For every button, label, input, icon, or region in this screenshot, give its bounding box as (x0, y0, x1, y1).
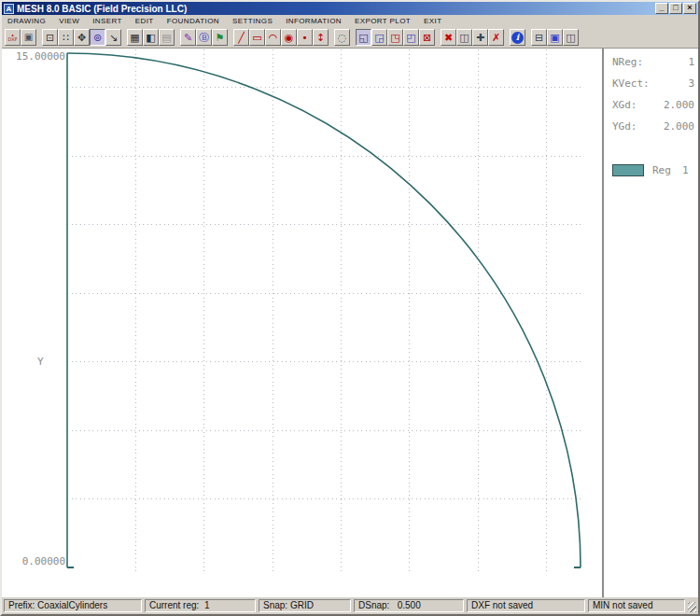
status-bar-wrap: Prefix: CoaxialCylindersCurrent reg: 1Sn… (2, 597, 698, 614)
region-shading-icon: ◧ (146, 33, 155, 43)
boundary-display-button[interactable]: Ⓑ (196, 29, 212, 46)
window-title: MESH 8.0 BASIC (Field Precision LLC) (17, 3, 651, 15)
insert-vertex-button[interactable]: ◰ (403, 29, 419, 46)
pick-segment-button[interactable]: ◲ (371, 29, 387, 46)
status-min-status: MIN not saved (588, 599, 685, 612)
pick-segment-icon: ◲ (374, 33, 384, 43)
copy-plot-button[interactable]: ◫ (563, 29, 579, 46)
circle-tool-icon: ◉ (285, 33, 294, 43)
param-nreg-label: NReg: (612, 56, 655, 68)
grid-display-button[interactable]: ▦ (127, 29, 143, 46)
side-params: NReg:1KVect:3XGd:2.000YGd:2.000 (612, 56, 698, 142)
line-tool-button[interactable]: ╱ (233, 29, 249, 46)
erase-icon: ✖ (444, 33, 453, 43)
param-nreg: NReg:1 (612, 56, 698, 77)
y-axis-title: Y (37, 356, 44, 368)
grid-display-icon: ▦ (130, 33, 139, 43)
menu-item-insert[interactable]: INSERT (92, 17, 130, 25)
resize-grip[interactable] (688, 602, 696, 612)
move-object-icon: ✚ (476, 33, 484, 43)
move-vertex-icon: ◳ (390, 33, 399, 43)
pick-vertex-button[interactable]: ◱ (356, 29, 371, 46)
import-dxf-icon: ▴ DXF (7, 33, 17, 42)
line-tool-icon: ╱ (238, 33, 245, 43)
param-kvect-label: KVect: (612, 77, 655, 90)
client-area: 15.00000 0.00000 Y NReg:1KVect:3XGd:2.00… (2, 49, 698, 597)
zoom-in-button[interactable]: ∷ (58, 29, 74, 46)
circle-tool-button[interactable]: ◉ (281, 29, 297, 46)
param-xgd-value: 2.000 (655, 99, 694, 111)
rectangle-tool-button[interactable]: ▭ (249, 29, 265, 46)
legend-swatch (612, 164, 644, 176)
plot-annotation-icon: ✎ (184, 33, 192, 43)
status-dsnap: DSnap: 0.500 (354, 599, 464, 612)
title-controls: _□× (654, 3, 696, 14)
mesh-display-icon: ▤ (161, 33, 171, 43)
param-nreg-value: 1 (655, 56, 694, 68)
menu-item-edit[interactable]: EDIT (135, 17, 161, 25)
zoom-window-button[interactable]: ⊡ (42, 29, 58, 46)
plot-annotation-button[interactable]: ✎ (180, 29, 196, 46)
title-bar: A MESH 8.0 BASIC (Field Precision LLC) _… (2, 2, 698, 15)
maximize-button[interactable]: □ (669, 3, 682, 14)
param-kvect: KVect:3 (612, 77, 698, 99)
region-boundary-arc (67, 53, 581, 567)
arc-tool-icon: ◠ (269, 33, 278, 43)
menu-item-view[interactable]: VIEW (59, 17, 87, 25)
zoom-window-icon: ⊡ (46, 33, 54, 43)
legend-entry: Reg 1 (612, 164, 698, 176)
legend-region-number: 1 (682, 164, 689, 176)
status-prefix: Prefix: CoaxialCylinders (4, 599, 142, 612)
expand-view-button[interactable]: ✥ (74, 29, 90, 46)
minimize-button[interactable]: _ (655, 3, 668, 14)
close-button[interactable]: × (683, 3, 696, 14)
save-min-button[interactable]: ▣ (21, 29, 36, 46)
param-ygd: YGd:2.000 (612, 120, 698, 142)
plot-svg (2, 49, 602, 597)
legend-label: Reg (652, 164, 671, 176)
pan-view-button[interactable]: ↘ (105, 29, 121, 46)
erase-button[interactable]: ✖ (441, 29, 456, 46)
vector-tool-button[interactable]: ↕ (313, 29, 329, 46)
side-panel: NReg:1KVect:3XGd:2.000YGd:2.000 Reg 1 (604, 49, 698, 597)
delete-vertex-button[interactable]: ⊠ (419, 29, 435, 46)
region-colors-button[interactable]: ⚑ (212, 29, 228, 46)
menu-item-settings[interactable]: SETTINGS (232, 17, 280, 25)
zoom-in-icon: ∷ (63, 33, 69, 43)
menu-item-drawing[interactable]: DRAWING (7, 17, 53, 25)
save-min-icon: ▣ (24, 33, 33, 42)
copy-object-button[interactable]: ◫ (456, 29, 472, 46)
move-vertex-button[interactable]: ◳ (387, 29, 403, 46)
menu-item-exit[interactable]: EXIT (424, 17, 449, 25)
vector-tool-icon: ↕ (316, 33, 325, 43)
menu-item-information[interactable]: INFORMATION (286, 17, 349, 25)
toolbar: ▴ DXF▣⊡∷✥⊚↘▦◧▤✎Ⓑ⚑╱▭◠◉•↕◌◱◲◳◰⊠✖◫✚✗ℹ⊟▣◫ (2, 27, 698, 49)
point-tool-button[interactable]: • (297, 29, 313, 46)
plot-canvas[interactable]: 15.00000 0.00000 Y (2, 49, 602, 597)
insert-vertex-icon: ◰ (406, 33, 415, 43)
delete-object-button[interactable]: ✗ (488, 29, 504, 46)
app-window: A MESH 8.0 BASIC (Field Precision LLC) _… (0, 0, 700, 616)
menu-item-foundation[interactable]: FOUNDATION (167, 17, 227, 25)
status-bar: Prefix: CoaxialCylindersCurrent reg: 1Sn… (4, 599, 685, 612)
arc-tool-button[interactable]: ◠ (265, 29, 281, 46)
print-plot-button[interactable]: ⊟ (531, 29, 547, 46)
lasso-select-button[interactable]: ◌ (334, 29, 350, 46)
mesh-display-button[interactable]: ▤ (159, 29, 175, 46)
param-ygd-value: 2.000 (655, 120, 694, 133)
import-dxf-button[interactable]: ▴ DXF (5, 29, 21, 46)
status-dxf-status: DXF not saved (467, 599, 585, 612)
y-axis-max-label: 15.00000 (11, 50, 65, 63)
pick-vertex-icon: ◱ (358, 33, 368, 43)
param-xgd: XGd:2.000 (612, 99, 698, 120)
global-view-button[interactable]: ⊚ (90, 29, 105, 46)
info-button[interactable]: ℹ (510, 29, 525, 46)
save-plot-button[interactable]: ▣ (547, 29, 563, 46)
rectangle-tool-icon: ▭ (252, 33, 261, 43)
menu-item-export-plot[interactable]: EXPORT PLOT (355, 17, 418, 25)
app-icon: A (4, 4, 14, 14)
region-shading-button[interactable]: ◧ (143, 29, 159, 46)
move-object-button[interactable]: ✚ (472, 29, 488, 46)
region-colors-icon: ⚑ (216, 33, 225, 43)
print-plot-icon: ⊟ (535, 33, 543, 43)
